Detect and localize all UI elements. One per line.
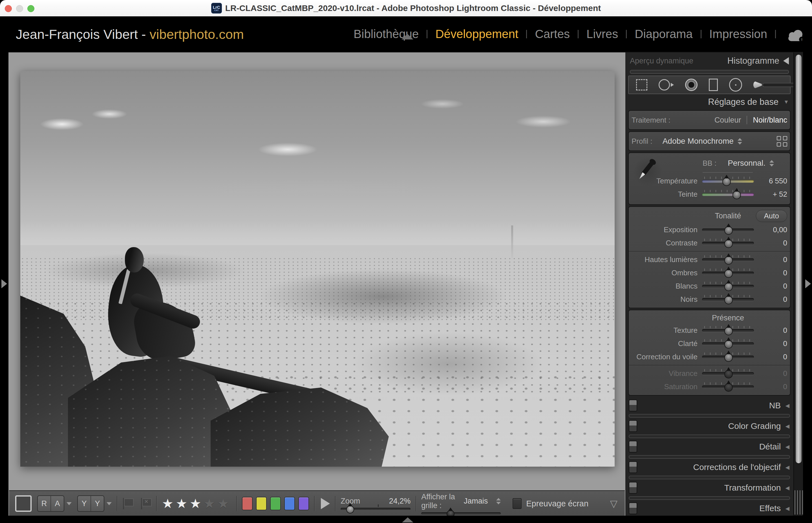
panel-toggle-switch[interactable] <box>629 420 637 432</box>
crop-tool-icon[interactable] <box>636 79 647 90</box>
wb-value[interactable]: Personnal. <box>728 159 765 168</box>
panel-toggle-switch[interactable] <box>629 441 637 453</box>
slider-value[interactable]: 0 <box>754 295 787 304</box>
blacks-slider[interactable] <box>702 298 754 301</box>
collapse-top-panel-arrow[interactable] <box>402 34 413 39</box>
panel-title[interactable]: Effets <box>637 504 781 513</box>
module-developpement[interactable]: Développement <box>435 27 518 41</box>
slider-knob[interactable] <box>724 353 733 362</box>
slider-knob[interactable] <box>724 283 733 291</box>
pick-flag-icon[interactable] <box>122 498 133 509</box>
panel-collapsed-icon[interactable]: ◀ <box>785 423 790 430</box>
grid-value[interactable]: Jamais <box>464 497 488 506</box>
star-3[interactable]: ★ <box>190 496 204 511</box>
panel-title[interactable]: Détail <box>637 442 781 451</box>
updown-arrows-icon[interactable] <box>770 160 774 166</box>
spot-removal-tool-icon[interactable] <box>659 79 674 90</box>
reference-view-button[interactable]: R A <box>37 495 72 512</box>
auto-tone-button[interactable]: Auto <box>756 210 788 222</box>
toolbar-disclosure-icon[interactable]: ▽ <box>610 498 617 509</box>
panel-header-lens-corrections[interactable]: Corrections de l'objectif ◀ <box>625 460 793 474</box>
highlights-slider[interactable] <box>702 258 754 261</box>
red-eye-tool-icon[interactable] <box>685 78 698 91</box>
graduated-filter-tool-icon[interactable] <box>709 78 718 91</box>
texture-slider[interactable] <box>702 329 754 332</box>
panel-header-transform[interactable]: Transformation ◀ <box>625 481 793 495</box>
color-label-2[interactable] <box>256 497 267 510</box>
live-preview-label[interactable]: Aperçu dynamique <box>630 57 693 65</box>
slider-value[interactable]: 0 <box>754 239 787 248</box>
slider-knob[interactable] <box>724 296 733 304</box>
panel-title[interactable]: Transformation <box>637 483 781 492</box>
panel-toggle-switch[interactable] <box>629 482 637 494</box>
sync-cloud-icon[interactable]: ! <box>787 29 804 41</box>
grid-opacity-slider[interactable] <box>421 512 501 515</box>
treatment-color-option[interactable]: Couleur <box>714 116 741 125</box>
left-panel-collapsed-strip[interactable] <box>0 52 8 516</box>
panel-header-detail[interactable]: Détail ◀ <box>625 439 793 454</box>
panel-header-nb[interactable]: NB ◀ <box>625 398 793 413</box>
slider-knob[interactable] <box>724 340 733 348</box>
panel-expanded-icon[interactable]: ▼ <box>783 99 789 105</box>
panel-scrollbar[interactable] <box>793 52 804 516</box>
panel-collapsed-icon[interactable]: ◀ <box>785 464 790 471</box>
collapse-right-panel-arrow[interactable] <box>805 279 811 288</box>
panel-collapsed-icon[interactable]: ◀ <box>785 485 790 491</box>
slider-value[interactable]: 6 550 <box>754 177 787 185</box>
slider-knob[interactable] <box>724 226 733 235</box>
tint-slider[interactable] <box>702 193 754 196</box>
profile-browser-icon[interactable] <box>777 136 787 146</box>
star-1[interactable]: ★ <box>162 496 176 511</box>
updown-arrows-icon[interactable] <box>738 138 742 145</box>
profile-value[interactable]: Adobe Monochrome <box>663 137 734 146</box>
slider-value[interactable]: 0 <box>754 326 787 335</box>
temperature-slider[interactable] <box>702 180 754 183</box>
before-after-view-button[interactable]: Y Y <box>77 495 112 512</box>
contrast-slider[interactable] <box>702 242 754 245</box>
photo-canvas[interactable] <box>20 71 615 467</box>
scrollbar-thumb[interactable] <box>796 55 801 463</box>
reject-flag-icon[interactable]: ✕ <box>140 498 151 509</box>
loupe-view-button[interactable] <box>15 495 32 512</box>
basic-panel-header[interactable]: Réglages de base ▼ <box>625 95 793 109</box>
soft-proofing-checkbox[interactable] <box>513 498 522 509</box>
color-label-3[interactable] <box>270 497 281 510</box>
module-livres[interactable]: Livres <box>586 27 618 41</box>
panel-title[interactable]: Corrections de l'objectif <box>637 463 781 472</box>
histogram-header[interactable]: Aperçu dynamique Histogramme <box>625 52 793 69</box>
panel-header-color-grading[interactable]: Color Grading ◀ <box>625 419 793 433</box>
slider-value[interactable]: + 52 <box>754 190 787 199</box>
slider-knob[interactable] <box>722 178 731 186</box>
zoom-slider-knob[interactable] <box>346 506 354 513</box>
panel-toggle-switch[interactable] <box>629 400 637 411</box>
slider-knob[interactable] <box>724 239 733 248</box>
slider-knob[interactable] <box>732 191 741 199</box>
play-slideshow-icon[interactable] <box>321 498 330 509</box>
star-4[interactable]: ★ <box>204 496 217 511</box>
treatment-bw-option[interactable]: Noir/blanc <box>753 116 787 125</box>
panel-collapsed-icon[interactable]: ◀ <box>785 505 790 512</box>
panel-collapsed-icon[interactable]: ◀ <box>785 402 790 409</box>
shadows-slider[interactable] <box>702 272 754 274</box>
radial-filter-tool-icon[interactable] <box>729 78 742 92</box>
color-label-1[interactable] <box>242 497 253 510</box>
toolbar-options[interactable]: ▽ <box>610 498 617 509</box>
panel-collapsed-icon[interactable]: ◀ <box>785 444 790 450</box>
slider-value[interactable]: 0 <box>754 255 787 264</box>
color-label-5[interactable] <box>298 497 309 510</box>
adjustment-brush-tool-icon[interactable] <box>753 81 793 89</box>
star-2[interactable]: ★ <box>176 496 190 511</box>
slider-knob[interactable] <box>724 269 733 278</box>
histogram-title[interactable]: Histogramme <box>727 56 779 66</box>
module-impression[interactable]: Impression <box>709 27 767 41</box>
panel-toggle-switch[interactable] <box>629 502 637 514</box>
titlebar[interactable]: LrC CAT LR-CLASSIC_CatMBP_2020-v10.lrcat… <box>0 0 812 17</box>
expand-filmstrip-arrow[interactable] <box>402 517 413 522</box>
slider-value[interactable]: 0 <box>754 269 787 277</box>
expand-left-panel-arrow[interactable] <box>1 279 7 288</box>
panel-toggle-switch[interactable] <box>629 461 637 473</box>
panel-resize-grip[interactable] <box>795 490 803 515</box>
chevron-down-icon[interactable] <box>67 502 72 505</box>
collapsed-histogram-strip[interactable] <box>630 70 789 74</box>
slider-knob[interactable] <box>724 327 733 335</box>
